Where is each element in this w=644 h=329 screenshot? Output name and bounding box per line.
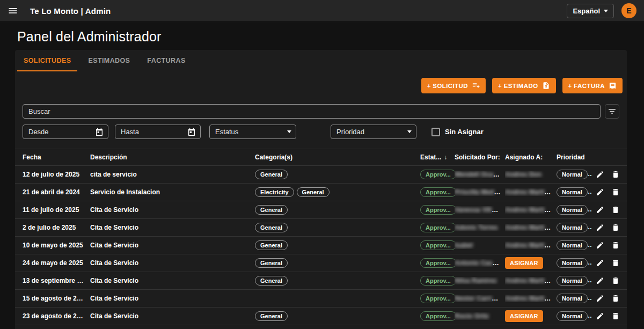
edit-button[interactable] bbox=[596, 312, 604, 320]
add-factura-button[interactable]: + FACTURA bbox=[562, 78, 623, 93]
edit-icon bbox=[596, 188, 604, 196]
col-header-asignado[interactable]: Asignado A: bbox=[505, 153, 557, 161]
edit-icon bbox=[596, 206, 604, 214]
cell-prioridad: Normal bbox=[557, 276, 591, 286]
table-row: 21 de abril de 2024Servicio de Instalaci… bbox=[15, 184, 627, 201]
cell-solicitado-por: Wendell Ocasio bbox=[455, 171, 505, 178]
unassigned-checkbox-wrap[interactable]: Sin Asignar bbox=[431, 128, 484, 136]
sort-desc-icon: ↓ bbox=[444, 153, 447, 161]
status-badge: Approv... bbox=[420, 223, 455, 232]
delete-button[interactable] bbox=[611, 170, 620, 179]
status-badge: Approv... bbox=[420, 276, 455, 286]
table-row: 24 de mayo de 2025Cita de ServicioGenera… bbox=[15, 254, 627, 272]
delete-button[interactable] bbox=[611, 223, 620, 232]
delete-button[interactable] bbox=[611, 294, 620, 303]
unassigned-checkbox-label: Sin Asignar bbox=[445, 128, 484, 136]
edit-button[interactable] bbox=[596, 223, 604, 232]
hamburger-menu-button[interactable] bbox=[8, 5, 18, 16]
edit-button[interactable] bbox=[596, 206, 604, 214]
cell-fecha: 21 de abril de 2024 bbox=[23, 188, 90, 196]
assign-button[interactable]: ASIGNAR bbox=[505, 257, 543, 269]
cell-estatus: Approv... bbox=[420, 240, 455, 250]
requester-name-redacted: Nilsa Ramirez bbox=[455, 277, 497, 284]
priority-badge: Normal bbox=[557, 258, 588, 268]
cell-fecha: 24 de mayo de 2025 bbox=[23, 259, 90, 267]
status-badge: Approv... bbox=[420, 294, 455, 303]
cell-descripcion: Cita de Servicio bbox=[90, 312, 255, 320]
assignee-name-redacted: Andres Martinez bbox=[505, 188, 555, 196]
category-chip: General bbox=[255, 276, 288, 286]
tab-solicitudes[interactable]: SOLICITUDES bbox=[17, 50, 77, 71]
delete-button[interactable] bbox=[611, 188, 620, 196]
priority-badge: Normal bbox=[557, 276, 588, 286]
date-to-field[interactable]: Hasta bbox=[115, 125, 201, 139]
cell-actions bbox=[591, 241, 627, 250]
delete-icon bbox=[611, 206, 620, 214]
delete-button[interactable] bbox=[611, 259, 620, 267]
edit-button[interactable] bbox=[596, 188, 604, 196]
delete-button[interactable] bbox=[611, 241, 620, 250]
cell-asignado-a: Andres Martinez bbox=[505, 242, 557, 249]
avatar[interactable]: E bbox=[621, 3, 636, 18]
cell-fecha: 12 de julio de 2025 bbox=[23, 171, 90, 178]
col-header-categorias[interactable]: Categoría(s) bbox=[255, 153, 420, 161]
col-header-fecha[interactable]: Fecha bbox=[23, 153, 90, 161]
delete-button[interactable] bbox=[611, 276, 620, 285]
edit-button[interactable] bbox=[596, 170, 604, 179]
assignee-name-redacted: Andres Martinez bbox=[505, 277, 555, 284]
category-chip: General bbox=[255, 223, 288, 232]
filter-list-button[interactable] bbox=[605, 104, 619, 119]
edit-icon bbox=[596, 259, 604, 267]
cell-descripcion: Cita de Servicio bbox=[90, 277, 255, 284]
delete-button[interactable] bbox=[611, 206, 620, 214]
delete-icon bbox=[611, 223, 620, 232]
delete-icon bbox=[611, 241, 620, 250]
cell-fecha: 13 de septiembre de... bbox=[23, 277, 90, 284]
unassigned-checkbox[interactable] bbox=[431, 128, 440, 136]
cell-estatus: Approv... bbox=[420, 205, 455, 215]
priority-select[interactable]: Prioridad bbox=[331, 125, 416, 139]
page-title: Panel del Administrador bbox=[17, 29, 644, 45]
file-dollar-icon bbox=[542, 82, 550, 90]
table-row: 15 de agosto de 2025Cita de ServicioAppr… bbox=[15, 290, 627, 308]
delete-icon bbox=[611, 259, 620, 267]
language-selector-button[interactable]: Español bbox=[567, 4, 614, 18]
search-input[interactable] bbox=[23, 104, 601, 119]
edit-button[interactable] bbox=[596, 276, 604, 285]
col-header-prioridad[interactable]: Prioridad bbox=[557, 153, 591, 161]
tab-facturas[interactable]: FACTURAS bbox=[141, 50, 192, 71]
edit-button[interactable] bbox=[596, 241, 604, 250]
cell-estatus: Approv... bbox=[420, 294, 455, 303]
edit-icon bbox=[596, 312, 604, 320]
edit-button[interactable] bbox=[596, 294, 604, 303]
edit-button[interactable] bbox=[596, 259, 604, 267]
col-header-descripcion[interactable]: Descripción bbox=[90, 153, 255, 161]
cell-actions bbox=[591, 188, 627, 196]
add-solicitud-button[interactable]: + SOLICITUD bbox=[421, 78, 486, 93]
delete-icon bbox=[611, 312, 620, 320]
cell-estatus: Approv... bbox=[420, 276, 455, 286]
cell-categorias: General bbox=[255, 205, 420, 215]
cell-asignado-a: Andres Martinez bbox=[505, 188, 557, 196]
table-row: 11 de julio de 2025Cita de ServicioGener… bbox=[15, 201, 627, 219]
date-from-field[interactable]: Desde bbox=[23, 125, 108, 139]
requester-name-redacted: Wendell Ocasio bbox=[455, 171, 502, 178]
col-header-solicitado[interactable]: Solicitado Por: bbox=[455, 153, 505, 161]
priority-badge: Normal bbox=[557, 311, 588, 321]
category-chip: General bbox=[255, 311, 288, 321]
cell-prioridad: Normal bbox=[557, 187, 591, 197]
status-select[interactable]: Estatus bbox=[209, 125, 296, 139]
add-estimado-button[interactable]: + ESTIMADO bbox=[492, 78, 556, 93]
requester-name-redacted: Isabel bbox=[455, 242, 473, 249]
cell-descripcion: Servicio de Instalacion bbox=[90, 188, 255, 196]
col-header-estatus[interactable]: Estat... ↓ bbox=[420, 153, 455, 161]
note-add-icon bbox=[472, 82, 480, 90]
priority-badge: Normal bbox=[557, 205, 588, 215]
button-label: + FACTURA bbox=[568, 83, 605, 89]
assign-button[interactable]: ASIGNAR bbox=[505, 310, 543, 322]
chevron-down-icon bbox=[287, 130, 291, 133]
avatar-initial: E bbox=[626, 6, 631, 15]
tab-estimados[interactable]: ESTIMADOS bbox=[82, 50, 136, 71]
delete-button[interactable] bbox=[611, 312, 620, 320]
cell-descripcion: Cita de Servicio bbox=[90, 242, 255, 249]
